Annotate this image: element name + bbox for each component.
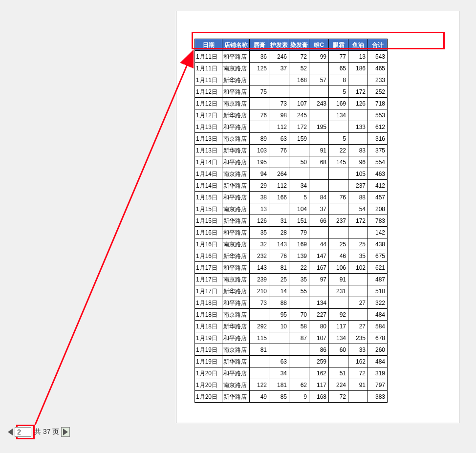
cell-date: 1月14日 [195, 168, 222, 180]
prev-page-button[interactable] [8, 429, 13, 435]
cell-value: 87 [289, 332, 309, 344]
cell-date: 1月18日 [195, 321, 222, 332]
page-total-label: 共 37 页 [34, 428, 59, 436]
cell-value: 239 [250, 274, 269, 285]
cell-value [250, 309, 269, 321]
table-row: 1月17日南京路店23925359791487 [195, 274, 388, 285]
next-page-button[interactable] [61, 427, 70, 437]
cell-value: 76 [329, 192, 348, 203]
col-header: 唇膏 [250, 39, 269, 51]
cell-value: 66 [309, 215, 329, 227]
cell-value: 612 [368, 121, 388, 133]
cell-value: 195 [309, 121, 329, 133]
cell-value [289, 297, 309, 309]
col-header: 维C [309, 39, 329, 51]
cell-value: 151 [289, 215, 309, 227]
cell-value: 126 [348, 98, 368, 109]
table-row: 1月12日南京路店73107243169126718 [195, 98, 388, 109]
table-row: 1月20日和平路店341625172319 [195, 367, 388, 379]
cell-value [269, 332, 289, 344]
chevron-right-icon [63, 429, 68, 435]
cell-value: 457 [368, 192, 388, 203]
cell-shop: 新华路店 [222, 109, 250, 121]
cell-value: 34 [289, 180, 309, 192]
cell-value: 412 [368, 180, 388, 192]
cell-value: 22 [329, 145, 348, 156]
cell-value: 92 [329, 309, 348, 321]
table-row: 1月18日新华路店29210588011727584 [195, 321, 388, 332]
data-table-wrap: 日期店铺名称唇膏护发素染发膏维C眼霜鱼油合计 1月11日和平路店36246729… [195, 39, 388, 403]
cell-value: 162 [348, 356, 368, 367]
cell-date: 1月13日 [195, 133, 222, 145]
cell-value: 76 [269, 250, 289, 262]
data-table: 日期店铺名称唇膏护发素染发膏维C眼霜鱼油合计 1月11日和平路店36246729… [195, 39, 388, 403]
cell-date: 1月15日 [195, 215, 222, 227]
table-row: 1月12日和平路店755172252 [195, 86, 388, 98]
cell-value [250, 74, 269, 86]
cell-value: 107 [309, 332, 329, 344]
cell-shop: 新华路店 [222, 321, 250, 332]
page-number-input[interactable] [15, 427, 31, 437]
cell-value: 159 [289, 133, 309, 145]
table-row: 1月16日和平路店352879142 [195, 227, 388, 238]
cell-date: 1月12日 [195, 86, 222, 98]
table-row: 1月17日新华路店2101455231510 [195, 285, 388, 297]
cell-value: 134 [309, 297, 329, 309]
cell-value: 122 [250, 379, 269, 391]
page-total-suffix: 页 [50, 428, 59, 435]
cell-value: 46 [329, 250, 348, 262]
cell-value: 5 [289, 192, 309, 203]
cell-shop: 和平路店 [222, 297, 250, 309]
cell-value [348, 309, 368, 321]
cell-value: 584 [368, 321, 388, 332]
table-row: 1月19日新华路店63259162484 [195, 356, 388, 367]
cell-value: 210 [250, 285, 269, 297]
cell-value: 227 [309, 309, 329, 321]
cell-value: 81 [250, 344, 269, 356]
cell-value [348, 391, 368, 403]
cell-value: 73 [250, 297, 269, 309]
cell-value [269, 344, 289, 356]
table-row: 1月14日和平路店195506814596554 [195, 156, 388, 168]
cell-value: 52 [289, 63, 309, 74]
cell-value: 35 [289, 274, 309, 285]
cell-shop: 南京路店 [222, 344, 250, 356]
cell-shop: 南京路店 [222, 98, 250, 109]
cell-value [289, 356, 309, 367]
cell-value: 88 [348, 192, 368, 203]
cell-shop: 新华路店 [222, 356, 250, 367]
table-row: 1月17日和平路店1438122167106102621 [195, 262, 388, 274]
cell-value: 112 [269, 121, 289, 133]
cell-value [309, 168, 329, 180]
cell-value [289, 168, 309, 180]
cell-value: 246 [269, 51, 289, 63]
cell-value: 86 [309, 344, 329, 356]
cell-value [269, 156, 289, 168]
cell-shop: 新华路店 [222, 215, 250, 227]
cell-value: 68 [309, 156, 329, 168]
cell-value: 554 [368, 156, 388, 168]
cell-value: 172 [348, 215, 368, 227]
cell-date: 1月14日 [195, 180, 222, 192]
cell-value: 94 [250, 168, 269, 180]
cell-value: 106 [329, 262, 348, 274]
table-row: 1月12日新华路店7698245134553 [195, 109, 388, 121]
cell-date: 1月11日 [195, 63, 222, 74]
cell-value: 112 [269, 180, 289, 192]
cell-shop: 和平路店 [222, 262, 250, 274]
cell-value: 169 [289, 238, 309, 250]
cell-value: 143 [250, 262, 269, 274]
cell-value: 10 [269, 321, 289, 332]
cell-value [309, 86, 329, 98]
cell-shop: 和平路店 [222, 192, 250, 203]
cell-value: 91 [309, 145, 329, 156]
cell-value [329, 227, 348, 238]
cell-value: 27 [348, 297, 368, 309]
cell-shop: 南京路店 [222, 379, 250, 391]
cell-shop: 南京路店 [222, 309, 250, 321]
cell-value [269, 74, 289, 86]
cell-value: 80 [309, 321, 329, 332]
cell-date: 1月15日 [195, 203, 222, 215]
cell-date: 1月11日 [195, 74, 222, 86]
cell-value: 51 [329, 367, 348, 379]
